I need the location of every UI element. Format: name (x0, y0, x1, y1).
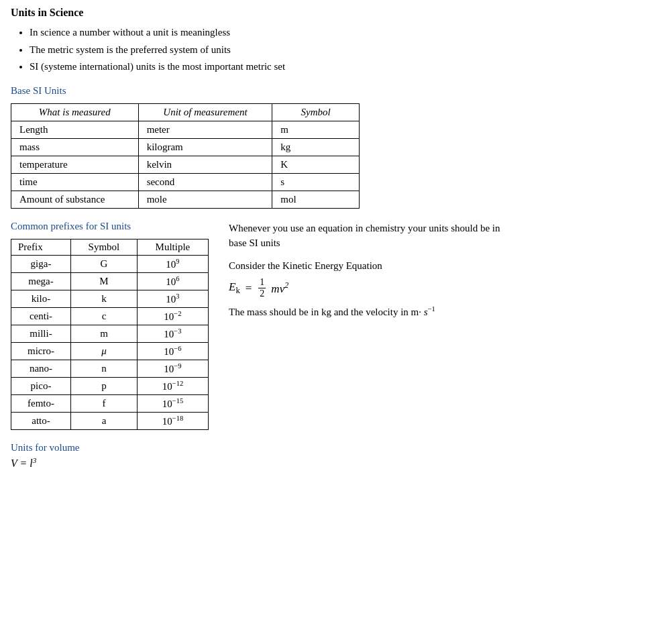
table-row: Amount of substance mole mol (11, 191, 360, 208)
page-title: Units in Science (11, 7, 637, 19)
bullet-item-1: In science a number without a unit is me… (30, 24, 637, 42)
table-row: micro- μ 10−6 (11, 342, 209, 360)
table-cell: 10−15 (137, 394, 208, 412)
table-cell: m (71, 325, 138, 342)
eq-fraction: 1 2 (258, 277, 266, 301)
table-cell: kelvin (138, 156, 272, 173)
eq-mv2: mv2 (271, 280, 288, 296)
units-volume-heading: Units for volume (11, 442, 637, 453)
table-row: centi- c 10−2 (11, 307, 209, 325)
table-row: giga- G 109 (11, 255, 209, 272)
table-cell: femto- (11, 394, 71, 412)
consider-text: Consider the Kinetic Energy Equation (229, 260, 637, 272)
table-cell: kg (272, 138, 360, 156)
table-row: mega- M 106 (11, 272, 209, 290)
table-cell: a (71, 412, 138, 429)
table-cell: K (272, 156, 360, 173)
table-cell: Amount of substance (11, 191, 139, 208)
kinetic-energy-equation: Ek = 1 2 mv2 (229, 277, 637, 301)
prefix-section: Common prefixes for SI units Prefix Symb… (11, 221, 209, 430)
base-table-header-3: Symbol (272, 103, 360, 121)
table-cell: 106 (137, 272, 208, 290)
table-row: milli- m 10−3 (11, 325, 209, 342)
table-row: femto- f 10−15 (11, 394, 209, 412)
table-row: Length meter m (11, 121, 360, 138)
table-cell: nano- (11, 360, 71, 377)
base-table-header-1: What is measured (11, 103, 139, 121)
base-table-header-2: Unit of measurement (138, 103, 272, 121)
table-cell: mol (272, 191, 360, 208)
table-cell: centi- (11, 307, 71, 325)
base-si-heading: Base SI Units (11, 85, 637, 97)
table-cell: s (272, 173, 360, 191)
table-cell: 10−6 (137, 342, 208, 360)
intro-bullet-list: In science a number without a unit is me… (30, 24, 637, 76)
table-cell: 10−3 (137, 325, 208, 342)
prefix-table-header-2: Symbol (71, 239, 138, 255)
table-cell: G (71, 255, 138, 272)
table-cell: 109 (137, 255, 208, 272)
table-cell: 10−2 (137, 307, 208, 325)
table-cell: temperature (11, 156, 139, 173)
velocity-text: The mass should be in kg and the velocit… (229, 305, 637, 318)
table-cell: p (71, 377, 138, 394)
table-cell: μ (71, 342, 138, 360)
table-row: nano- n 10−9 (11, 360, 209, 377)
bullet-item-3: SI (systeme international) units is the … (30, 58, 637, 76)
prefix-table: Prefix Symbol Multiple giga- G 109 mega-… (11, 239, 209, 430)
table-cell: micro- (11, 342, 71, 360)
table-cell: Length (11, 121, 139, 138)
prefix-heading: Common prefixes for SI units (11, 221, 209, 232)
eq-equals: = (246, 282, 252, 295)
equation-section: Whenever you use an equation in chemistr… (229, 221, 637, 430)
table-cell: k (71, 290, 138, 307)
prefix-table-header-1: Prefix (11, 239, 71, 255)
right-notice-text: Whenever you use an equation in chemistr… (229, 221, 510, 251)
table-cell: 10−9 (137, 360, 208, 377)
table-cell: 10−12 (137, 377, 208, 394)
eq-ek: Ek (229, 280, 240, 296)
table-cell: kilogram (138, 138, 272, 156)
table-cell: m (272, 121, 360, 138)
table-cell: mass (11, 138, 139, 156)
volume-formula: V = l3 (11, 456, 637, 470)
table-cell: 10−18 (137, 412, 208, 429)
two-column-section: Common prefixes for SI units Prefix Symb… (11, 221, 637, 430)
table-row: kilo- k 103 (11, 290, 209, 307)
base-si-table: What is measured Unit of measurement Sym… (11, 103, 360, 209)
table-cell: mole (138, 191, 272, 208)
table-cell: milli- (11, 325, 71, 342)
table-row: pico- p 10−12 (11, 377, 209, 394)
table-row: time second s (11, 173, 360, 191)
table-cell: pico- (11, 377, 71, 394)
table-row: atto- a 10−18 (11, 412, 209, 429)
table-cell: mega- (11, 272, 71, 290)
bullet-item-2: The metric system is the preferred syste… (30, 42, 637, 59)
table-cell: meter (138, 121, 272, 138)
table-cell: f (71, 394, 138, 412)
table-cell: M (71, 272, 138, 290)
table-cell: giga- (11, 255, 71, 272)
table-cell: atto- (11, 412, 71, 429)
prefix-table-header-3: Multiple (137, 239, 208, 255)
table-cell: n (71, 360, 138, 377)
table-cell: kilo- (11, 290, 71, 307)
table-row: temperature kelvin K (11, 156, 360, 173)
table-cell: second (138, 173, 272, 191)
table-row: mass kilogram kg (11, 138, 360, 156)
table-cell: c (71, 307, 138, 325)
table-cell: 103 (137, 290, 208, 307)
table-cell: time (11, 173, 139, 191)
